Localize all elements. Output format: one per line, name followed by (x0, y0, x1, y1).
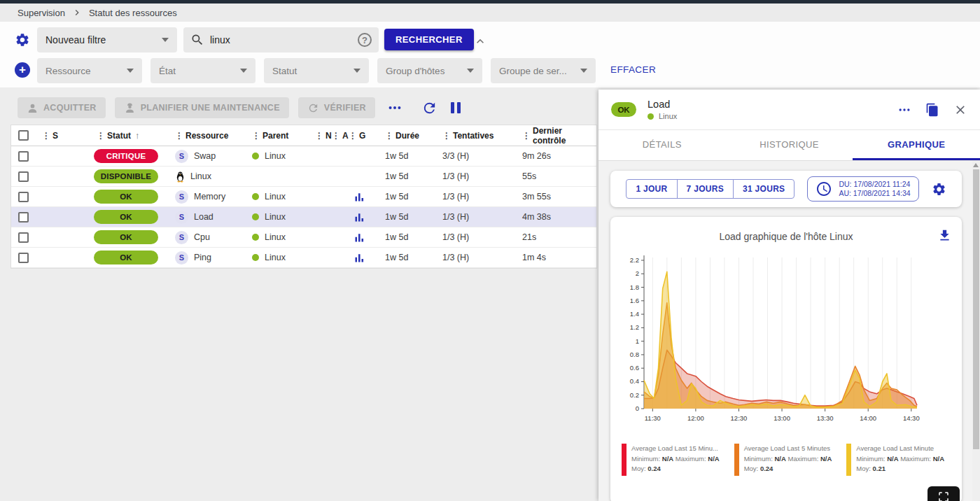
parent-name[interactable]: Linux (265, 151, 286, 161)
row-checkbox[interactable] (18, 171, 29, 182)
legend-item[interactable]: Average Load Last 5 MinutesMinimum: N/A … (734, 444, 839, 476)
drag-handle-icon[interactable]: ⋮ (42, 131, 50, 141)
row-checkbox[interactable] (18, 192, 29, 202)
drag-handle-icon[interactable]: ⋮ (442, 131, 450, 141)
download-icon[interactable] (937, 228, 952, 243)
drag-handle-icon[interactable]: ⋮ (332, 131, 340, 141)
status-badge: OK (94, 210, 158, 224)
column-header-tentatives[interactable]: ⋮Tentatives (430, 125, 508, 146)
graph-icon[interactable] (354, 212, 365, 223)
scrollbar-thumb[interactable] (973, 169, 979, 449)
range-button-7-jours[interactable]: 7 JOURS (677, 179, 734, 199)
add-filter-plus-icon[interactable]: + (15, 62, 30, 78)
table-row[interactable]: OKSCpuLinux1w 5d1/3 (H)21s (11, 227, 596, 248)
pause-refresh-icon[interactable] (451, 102, 461, 113)
last-check-cell: 21s (508, 227, 592, 247)
range-button-1-jour[interactable]: 1 JOUR (626, 179, 677, 199)
filter-preset-select[interactable]: Nouveau filtre (37, 27, 177, 52)
drag-handle-icon[interactable]: ⋮ (349, 131, 356, 141)
parent-name[interactable]: Linux (265, 212, 286, 222)
date-range-picker[interactable]: DU: 17/08/2021 11:24 AU: 17/08/2021 14:3… (807, 176, 918, 202)
column-header-g[interactable]: ⋮G (344, 125, 372, 146)
column-header-ressource[interactable]: ⋮Ressource (165, 125, 246, 146)
filter-criteria-select[interactable]: Groupe de ser... (491, 58, 596, 83)
drag-handle-icon[interactable]: ⋮ (252, 131, 260, 141)
table-row[interactable]: OKSPingLinux1w 5d1/3 (H)1m 4s (11, 248, 596, 268)
refresh-list-icon[interactable] (421, 100, 438, 116)
filter-criteria-select[interactable]: Statut (264, 58, 369, 83)
date-to: AU: 17/08/2021 14:34 (839, 189, 910, 198)
column-header-n[interactable]: ⋮N (311, 125, 328, 146)
check-button[interactable]: VÉRIFIER (298, 97, 375, 118)
panel-header: OK Load Linux (598, 90, 980, 130)
table-row[interactable]: OKSMemoryLinux1w 5d1/3 (H)3m 55s (11, 187, 596, 207)
table-row[interactable]: CRITIQUESSwapLinux1w 5d3/3 (H)9m 26s (11, 146, 596, 167)
acknowledge-button[interactable]: ACQUITTER (18, 97, 106, 118)
maintenance-button[interactable]: PLANIFIER UNE MAINTENANCE (115, 97, 289, 118)
host-status-dot (648, 113, 654, 120)
drag-handle-icon[interactable]: ⋮ (175, 131, 183, 141)
resource-name[interactable]: Memory (194, 192, 225, 202)
filter-criteria-select[interactable]: Group d'hôtes (377, 58, 482, 83)
filter-criteria-row: RessourceÉtatStatutGroup d'hôtesGroupe d… (37, 58, 596, 83)
column-header-dernier-contr-le[interactable]: ⋮Dernier contrôle (508, 125, 592, 146)
parent-status-dot (252, 153, 259, 160)
parent-name[interactable]: Linux (265, 192, 286, 202)
clear-filters-link[interactable]: EFFACER (610, 64, 656, 75)
resource-name[interactable]: Load (194, 212, 214, 222)
drag-handle-icon[interactable]: ⋮ (522, 131, 530, 141)
column-header-a[interactable]: ⋮A (328, 125, 344, 146)
tab-graphique[interactable]: GRAPHIQUE (853, 130, 980, 160)
chevron-down-icon (467, 69, 474, 73)
column-header-parent[interactable]: ⋮Parent (246, 125, 311, 146)
row-checkbox[interactable] (18, 151, 29, 162)
parent-name[interactable]: Linux (265, 232, 286, 242)
breadcrumb-section[interactable]: Supervision (18, 8, 65, 18)
resource-name[interactable]: Linux (190, 171, 211, 181)
help-icon[interactable]: ? (358, 33, 372, 47)
select-all-checkbox[interactable] (18, 130, 29, 141)
column-header-s[interactable]: ⋮S (36, 125, 87, 146)
copy-link-icon[interactable] (925, 103, 939, 117)
drag-handle-icon[interactable]: ⋮ (97, 131, 104, 141)
drag-handle-icon[interactable]: ⋮ (385, 131, 393, 141)
filter-settings-gear-icon[interactable] (15, 32, 30, 48)
graph-icon[interactable] (354, 253, 365, 263)
filter-criteria-select[interactable]: Ressource (37, 58, 142, 83)
panel-more-icon[interactable] (897, 103, 911, 117)
tab-historique[interactable]: HISTORIQUE (726, 130, 853, 160)
collapse-filters-chevron-up-icon[interactable] (473, 34, 487, 48)
range-button-31-jours[interactable]: 31 JOURS (733, 179, 794, 199)
legend-item[interactable]: Average Load Last 15 Minu...Minimum: N/A… (622, 444, 726, 476)
resource-name[interactable]: Swap (194, 151, 216, 161)
filter-criteria-select[interactable]: État (150, 58, 255, 83)
tab-dtails[interactable]: DÉTAILS (598, 130, 726, 160)
legend-item[interactable]: Average Load Last MinuteMinimum: N/A Max… (846, 444, 951, 476)
graph-icon[interactable] (354, 232, 365, 243)
parent-name[interactable]: Linux (265, 253, 286, 262)
row-checkbox[interactable] (18, 232, 29, 243)
graph-settings-gear-icon[interactable] (932, 182, 946, 197)
row-checkbox[interactable] (18, 253, 29, 263)
close-panel-icon[interactable] (953, 103, 967, 117)
fullscreen-button[interactable] (927, 486, 960, 501)
drag-handle-icon[interactable]: ⋮ (315, 131, 323, 141)
column-header-dur-e[interactable]: ⋮Durée (372, 125, 430, 146)
last-check-cell: 55s (508, 167, 592, 186)
table-row[interactable]: DISPONIBLELinux1w 5d1/3 (H)55s (11, 167, 596, 187)
tries-cell: 1/3 (H) (430, 248, 508, 267)
search-button[interactable]: RECHERCHER (384, 29, 474, 50)
resource-name[interactable]: Cpu (194, 232, 210, 242)
resource-name[interactable]: Ping (194, 253, 211, 262)
column-header-statut[interactable]: ⋮Statut↑ (87, 125, 165, 146)
table-row[interactable]: OKSLoadLinux1w 5d1/3 (H)4m 38s (11, 207, 596, 227)
search-input[interactable] (210, 34, 336, 45)
more-actions-icon[interactable] (387, 100, 402, 115)
scrollbar-up-arrow-icon[interactable] (973, 163, 979, 167)
search-box[interactable]: ? (183, 27, 379, 52)
row-checkbox[interactable] (18, 212, 29, 223)
graph-icon[interactable] (354, 192, 365, 202)
svg-text:12:00: 12:00 (687, 414, 704, 422)
sort-asc-icon[interactable]: ↑ (135, 130, 140, 141)
panel-scrollbar[interactable] (972, 161, 980, 501)
